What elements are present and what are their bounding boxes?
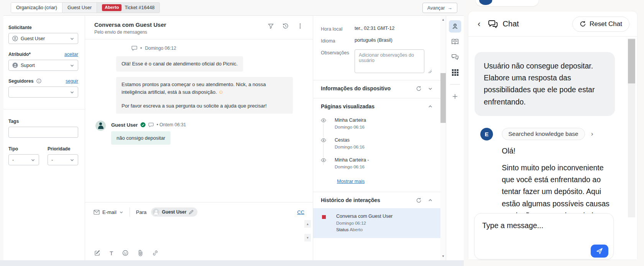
tab-organization[interactable]: Organização (criar) (11, 2, 62, 13)
guest-message-bubble: não consigo depositar (111, 131, 171, 145)
back-chevron-icon[interactable]: ‹ (478, 20, 480, 28)
composer-scroll-buttons: ▲ ▼ (304, 220, 311, 242)
system-message-bubble: Estamos prontos para começar o seu atend… (116, 77, 293, 114)
history-icon[interactable] (283, 23, 289, 29)
type-label: Tipo (8, 146, 39, 152)
scroll-up-arrow[interactable]: ▲ (304, 220, 311, 228)
chevron-up-icon[interactable] (428, 104, 433, 109)
text-format-icon[interactable]: T (110, 250, 113, 256)
date-separator-text: Domingo 06:12 (145, 46, 176, 51)
edit-pencil-icon[interactable] (189, 210, 194, 215)
page-viewed-item: Cestas Domingo 06:16 (321, 137, 433, 149)
eye-icon (321, 137, 326, 143)
chat-header: ‹ Chat Reset Chat (468, 11, 637, 37)
message-list: • Domingo 06:12 Olá! Esse é o canal de a… (85, 39, 313, 202)
tool-call-pill[interactable]: Searched knowledge base (502, 128, 585, 140)
language-value: português (Brasil) (355, 38, 393, 44)
person-circle-icon (12, 36, 18, 41)
priority-select[interactable]: - (48, 154, 78, 165)
requester-label: Solicitante (8, 25, 78, 30)
app-root: Organização (criar) Guest User Aberto Ti… (0, 0, 644, 266)
reset-chat-button[interactable]: Reset Chat (572, 16, 629, 32)
followers-select[interactable] (8, 86, 78, 98)
chat-bubbles-icon (452, 54, 458, 60)
smiley-emoji: ☺ (218, 89, 223, 95)
system-message-bubble: Olá! Esse é o canal de atendimento ofici… (116, 56, 243, 72)
user-panel-button[interactable] (449, 20, 461, 33)
divider (450, 84, 460, 85)
chevron-down-icon[interactable] (428, 86, 433, 91)
chevron-down-icon (119, 210, 123, 214)
priority-value: - (51, 157, 53, 163)
type-select[interactable]: - (8, 154, 39, 165)
add-app-button[interactable] (449, 90, 461, 103)
accept-link[interactable]: aceitar (64, 52, 78, 57)
scrollbar-thumb[interactable] (440, 73, 446, 123)
apps-grid-button[interactable] (449, 66, 461, 78)
status-value: Aberto (350, 227, 363, 232)
page-viewed-item: Minha Carteira - Domingo 06:16 (321, 157, 433, 169)
tab-ticket-label: Ticket #16448 (125, 5, 154, 10)
emoji-icon[interactable] (122, 250, 128, 256)
tab-ticket[interactable]: Aberto Ticket #16448 (97, 2, 160, 13)
assignee-select[interactable]: Suport (8, 60, 78, 71)
knowledge-panel-button[interactable] (449, 36, 461, 48)
ai-greeting: Olá! (502, 145, 615, 157)
resize-grip-icon[interactable] (428, 70, 432, 73)
requester-select[interactable]: Guest User (8, 33, 78, 44)
chevron-down-icon (70, 63, 74, 68)
refresh-icon (580, 21, 586, 27)
cc-link[interactable]: CC (297, 209, 304, 215)
assignee-value: Suport (21, 63, 35, 68)
priority-label: Prioridade (48, 146, 78, 152)
kebab-menu-icon[interactable] (297, 23, 303, 29)
scrollbar-thumb[interactable] (628, 39, 635, 83)
chevron-down-icon (31, 158, 35, 162)
notes-textarea[interactable] (355, 49, 424, 73)
conversation-title: Conversa com Guest User (94, 21, 166, 28)
attachment-icon[interactable] (138, 250, 143, 256)
scroll-down-arrow[interactable]: ▼ (304, 234, 311, 242)
conversation-panel: Conversa com Guest User Pelo envio de me… (85, 16, 313, 260)
recipient-pill[interactable]: Guest User (151, 207, 197, 217)
refresh-icon[interactable] (416, 197, 422, 203)
chevron-down-icon (70, 36, 74, 41)
local-time-value: ter., 02:31 GMT-12 (355, 26, 394, 32)
tab-guest-user[interactable]: Guest User (62, 2, 97, 13)
chat-bubbles-icon (488, 20, 498, 29)
channel-select[interactable]: E-mail (94, 209, 123, 215)
refresh-icon[interactable] (416, 86, 422, 91)
chevron-up-icon[interactable] (428, 198, 433, 203)
comment-icon (131, 46, 137, 51)
chevron-down-icon (70, 90, 74, 95)
send-button[interactable] (591, 245, 608, 258)
requester-value: Guest User (21, 36, 45, 41)
advance-button[interactable]: Avançar → (422, 3, 457, 13)
filter-icon[interactable] (268, 23, 274, 29)
user-prompt-bubble: Usuário não consegue depositar. Elabore … (475, 52, 615, 116)
eye-icon (321, 117, 326, 123)
show-more-link[interactable]: Mostrar mais (337, 179, 365, 184)
tags-input[interactable] (8, 127, 78, 138)
chat-panel-button[interactable] (449, 51, 461, 63)
avatar (479, 0, 492, 5)
tags-label: Tags (8, 119, 78, 124)
floating-widget[interactable] (476, 0, 539, 6)
chat-input-box[interactable]: Type a message... (474, 213, 614, 259)
conversation-subtitle: Pelo envio de mensagens (94, 29, 166, 35)
type-value: - (12, 157, 14, 163)
person-filled-icon (12, 62, 18, 68)
tab-guest-user-label: Guest User (67, 5, 92, 10)
compose-icon[interactable] (94, 250, 100, 256)
details-scrollbar[interactable]: ▲ ▼ (440, 16, 446, 260)
link-icon[interactable] (152, 250, 158, 256)
chat-scrollbar[interactable] (628, 38, 635, 217)
eye-icon (321, 157, 326, 163)
apps-nav-strip (446, 16, 464, 260)
follow-link[interactable]: seguir (66, 78, 78, 84)
scroll-down-arrow[interactable]: ▼ (440, 255, 446, 258)
chevron-right-icon[interactable]: › (591, 130, 593, 138)
history-item[interactable]: Conversa com Guest User Domingo 06:12 St… (313, 208, 440, 238)
followers-label: Seguidores (8, 78, 41, 84)
scroll-up-arrow[interactable]: ▲ (440, 18, 446, 21)
